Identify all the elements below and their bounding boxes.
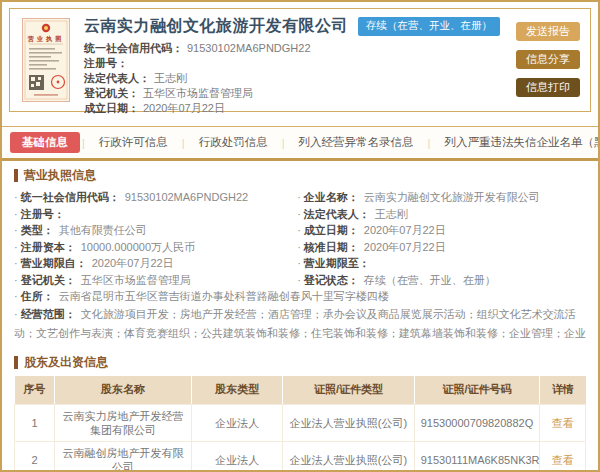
- svg-text:营业执照: 营业执照: [27, 35, 65, 43]
- info-tab-bar: 基础信息 | 行政许可信息 | 行政处罚信息 | 列入经营异常名录信息 | 列入…: [2, 126, 598, 161]
- field-company-name: ·企业名称：云南实力融创文化旅游开发有限公司: [297, 189, 586, 206]
- field-registry-authority: ·登记机关：五华区市场监督管理局: [14, 272, 297, 289]
- field-term-to: ·营业期限至：: [297, 255, 586, 272]
- main-content: 营业执照信息 ·统一社会信用代码：91530102MA6PNDGH22 ·企业名…: [2, 161, 598, 472]
- tab-divider: |: [182, 137, 185, 149]
- field-company-type: ·类型：其他有限责任公司: [14, 222, 297, 239]
- page-title: 云南实力融创文化旅游开发有限公司: [84, 16, 348, 37]
- header-field-registry-authority: 登记机关：五华区市场监督管理局: [84, 86, 514, 101]
- field-business-scope: ·经营范围：文化旅游项目开发；房地产开发经营；酒店管理；承办会议及商品展览展示活…: [14, 305, 586, 345]
- cell-seq: 1: [15, 404, 55, 441]
- header-field-established-date: 成立日期：2020年07月22日: [84, 101, 514, 116]
- company-header-card: 营业执照: [9, 8, 591, 112]
- national-emblem-icon: [42, 24, 50, 32]
- col-header-detail: 详情: [540, 376, 586, 405]
- tab-blacklist[interactable]: 列入严重违法失信企业名单（黑名单）信息: [432, 132, 600, 153]
- share-info-button[interactable]: 信息分享: [516, 50, 580, 69]
- field-reg-number: ·注册号：: [14, 206, 297, 223]
- field-term-from: ·营业期限自：2020年07月22日: [14, 255, 297, 272]
- cell-cert-number: 91530111MA6K85NK3R: [414, 441, 540, 472]
- cell-shareholder-name: 云南融创房地产开发有限公司: [54, 441, 191, 472]
- cell-cert-number: 91530000709820882Q: [414, 404, 540, 441]
- header-field-legal-rep: 法定代表人：王志刚: [84, 71, 514, 86]
- tab-divider: |: [428, 137, 431, 149]
- company-summary: 云南实力融创文化旅游开发有限公司 存续（在营、开业、在册） 统一社会信用代码：9…: [70, 16, 514, 105]
- col-header-cert-number: 证照/证件号码: [414, 376, 540, 405]
- cell-shareholder-name: 云南实力房地产开发经营集团有限公司: [54, 404, 191, 441]
- view-detail-link[interactable]: 查看: [540, 441, 586, 472]
- header-field-credit-code: 统一社会信用代码：91530102MA6PNDGH22: [84, 41, 514, 56]
- license-field-grid: ·统一社会信用代码：91530102MA6PNDGH22 ·企业名称：云南实力融…: [14, 189, 586, 345]
- company-info-page: 营业执照: [0, 0, 600, 472]
- table-row: 2 云南融创房地产开发有限公司 企业法人 企业法人营业执照(公司) 915301…: [15, 441, 586, 472]
- col-header-cert-type: 证照/证件类型: [283, 376, 414, 405]
- field-established-date: ·成立日期：2020年07月22日: [297, 222, 586, 239]
- tab-abnormal-operation-list[interactable]: 列入经营异常名录信息: [287, 132, 426, 153]
- qr-code-icon: [29, 75, 44, 90]
- print-info-button[interactable]: 信息打印: [516, 78, 580, 97]
- cell-cert-type: 企业法人营业执照(公司): [283, 404, 414, 441]
- tab-admin-license[interactable]: 行政许可信息: [87, 132, 180, 153]
- field-registration-status: ·登记状态：存续（在营、开业、在册）: [297, 272, 586, 289]
- shareholders-table: 序号 股东名称 股东类型 证照/证件类型 证照/证件号码 详情 1 云南实力房地…: [14, 376, 586, 472]
- shareholders-section-title: 股东及出资信息: [14, 356, 586, 369]
- tab-basic-info[interactable]: 基础信息: [10, 132, 80, 153]
- business-license-thumbnail[interactable]: 营业执照: [22, 18, 70, 105]
- col-header-seq: 序号: [15, 376, 55, 405]
- field-credit-code: ·统一社会信用代码：91530102MA6PNDGH22: [14, 189, 297, 206]
- field-approval-date: ·核准日期：2020年07月22日: [297, 239, 586, 256]
- status-badge: 存续（在营、开业、在册）: [358, 17, 500, 36]
- header-field-reg-number: 注册号：: [84, 56, 514, 71]
- table-row: 1 云南实力房地产开发经营集团有限公司 企业法人 企业法人营业执照(公司) 91…: [15, 404, 586, 441]
- cell-seq: 2: [15, 441, 55, 472]
- tab-divider: |: [282, 137, 285, 149]
- view-detail-link[interactable]: 查看: [540, 404, 586, 441]
- send-report-button[interactable]: 发送报告: [516, 22, 580, 41]
- col-header-shareholder-name: 股东名称: [54, 376, 191, 405]
- cell-cert-type: 企业法人营业执照(公司): [283, 441, 414, 472]
- shareholders-table-header-row: 序号 股东名称 股东类型 证照/证件类型 证照/证件号码 详情: [15, 376, 586, 405]
- cell-shareholder-type: 企业法人: [192, 441, 283, 472]
- field-registered-capital: ·注册资本：10000.000000万人民币: [14, 239, 297, 256]
- col-header-shareholder-type: 股东类型: [192, 376, 283, 405]
- cell-shareholder-type: 企业法人: [192, 404, 283, 441]
- business-license-image: 营业执照: [22, 18, 70, 102]
- field-address: ·住所：云南省昆明市五华区普吉街道办事处科普路融创春风十里写字楼四楼: [14, 288, 586, 305]
- tab-divider: |: [82, 137, 85, 149]
- tab-admin-penalty[interactable]: 行政处罚信息: [187, 132, 280, 153]
- license-section-title: 营业执照信息: [14, 169, 586, 182]
- field-legal-rep: ·法定代表人：王志刚: [297, 206, 586, 223]
- header-action-buttons: 发送报告 信息分享 信息打印: [514, 16, 580, 105]
